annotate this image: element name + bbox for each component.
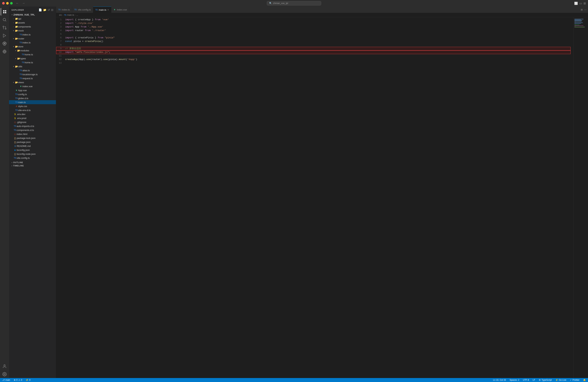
- activity-search[interactable]: [1, 16, 8, 23]
- minimap-line: [574, 22, 583, 23]
- arrow-icon: ▾: [12, 46, 15, 48]
- activity-source-control[interactable]: [1, 24, 8, 32]
- tree-item-router[interactable]: ▾ 📂 router: [9, 37, 56, 40]
- tree-item-vite-env[interactable]: TS vite-env.d.ts: [9, 108, 56, 112]
- minimize-button[interactable]: [6, 2, 9, 4]
- tree-item-components[interactable]: › 📁 components: [9, 25, 56, 29]
- breadcrumb-file[interactable]: main.ts: [67, 14, 74, 16]
- activity-settings[interactable]: [1, 370, 8, 378]
- tree-item-index-html[interactable]: ◇ index.html: [9, 132, 56, 136]
- tree-item-views-index[interactable]: ▼ index.vue: [9, 84, 56, 88]
- tree-item-home-ts[interactable]: TS home.ts: [9, 53, 56, 57]
- status-eol[interactable]: LF: [532, 379, 536, 381]
- tree-item-gitignore[interactable]: ◇ .gitignore: [9, 120, 56, 124]
- status-left: ⎇ main ⊗ 0 ⚠ 0 ⚡ 0: [1, 379, 31, 381]
- tab-index-ts[interactable]: TS index.ts: [56, 6, 72, 13]
- project-root[interactable]: ▾ ZHINIAN_VUE_TPL: [9, 13, 56, 17]
- activity-account[interactable]: [1, 363, 8, 370]
- layout-icon[interactable]: ⊞: [584, 2, 586, 5]
- item-label: globe.d.ts: [18, 97, 56, 100]
- refresh-icon[interactable]: ↺: [48, 8, 50, 12]
- item-label: .gitignore: [17, 121, 56, 124]
- tree-item-tsconfig-node[interactable]: {} tsconfig.node.json: [9, 152, 56, 156]
- status-spaces[interactable]: Spaces: 2: [509, 379, 520, 381]
- folder-icon: 📂: [15, 45, 18, 48]
- tree-item-readme[interactable]: ℹ README.md: [9, 144, 56, 148]
- maximize-button[interactable]: [10, 2, 13, 4]
- tree-item-types[interactable]: ▾ 📂 types: [9, 57, 56, 60]
- activity-run[interactable]: [1, 32, 8, 39]
- tab-main-ts[interactable]: TS main.ts ×: [93, 6, 111, 13]
- tree-item-modules[interactable]: ▾ 📂 modules: [9, 48, 56, 53]
- tree-item-globe-d-ts[interactable]: TS globe.d.ts: [9, 96, 56, 100]
- tree-item-components-d[interactable]: TS components.d.ts: [9, 128, 56, 132]
- tree-item-vite-config[interactable]: TS vite.config.ts: [9, 156, 56, 160]
- status-notification[interactable]: 🔔: [582, 379, 587, 381]
- new-folder-icon[interactable]: 📁: [43, 8, 46, 12]
- nav-back-button[interactable]: ←: [15, 1, 20, 5]
- arrow-icon: ›: [12, 22, 15, 24]
- tree-item-mock[interactable]: ▾ 📂 mock: [9, 29, 56, 33]
- tree-item-tsconfig[interactable]: ■ tsconfig.json: [9, 148, 56, 152]
- status-remote[interactable]: ⚡ 0: [25, 379, 31, 381]
- activity-explorer[interactable]: [1, 8, 8, 16]
- nav-forward-button[interactable]: →: [21, 1, 26, 5]
- branch-name: main: [5, 379, 10, 381]
- tree-item-package-json[interactable]: {} package.json: [9, 140, 56, 144]
- tree-item-alias[interactable]: TS alias.ts: [9, 68, 56, 72]
- status-branch[interactable]: ⎇ main: [1, 379, 11, 381]
- new-file-icon[interactable]: 📄: [39, 8, 42, 12]
- tree-item-style-css[interactable]: # style.css: [9, 104, 56, 108]
- timeline-section[interactable]: › TIMELINE: [9, 164, 56, 167]
- line-number: 5: [56, 32, 62, 36]
- search-bar[interactable]: 🔍 zhinian_vue_tpl: [267, 1, 321, 5]
- tree-item-package-lock[interactable]: {} package-lock.json: [9, 136, 56, 140]
- tree-item-request[interactable]: TS request.ts: [9, 76, 56, 80]
- sidebar-toggle-icon[interactable]: ⬜: [574, 2, 578, 5]
- tree-item-mock-index[interactable]: TS index.ts: [9, 33, 56, 37]
- tree-item-auto-imports[interactable]: TS auto-imports.d.ts: [9, 124, 56, 128]
- tree-item-app-vue[interactable]: ▼ App.vue: [9, 88, 56, 92]
- item-label: style.css: [18, 105, 56, 108]
- status-encoding[interactable]: UTF-8: [522, 379, 530, 381]
- item-label: index.ts: [22, 33, 56, 36]
- breadcrumb-symbol[interactable]: ...: [76, 14, 78, 16]
- split-editor-icon[interactable]: ⊞: [581, 8, 583, 11]
- tree-item-assets[interactable]: › 📁 assets: [9, 21, 56, 25]
- code-content[interactable]: 1 import { createApp } from 'vue' 2 impo…: [56, 17, 573, 378]
- tree-item-main-ts[interactable]: TS main.ts: [9, 100, 56, 104]
- tree-item-router-index[interactable]: TS index.ts: [9, 40, 56, 44]
- minimap-line: [574, 25, 580, 25]
- tree-item-env-prod[interactable]: $ .env.prod: [9, 116, 56, 120]
- status-position[interactable]: Ln 10, Col 33: [492, 379, 506, 381]
- breadcrumb-src[interactable]: src: [59, 14, 62, 16]
- status-go-live[interactable]: ⚡ Go Live: [555, 379, 567, 381]
- more-actions-icon[interactable]: ⋯: [584, 8, 587, 11]
- status-prettier[interactable]: ✓ Prettier: [569, 379, 580, 381]
- search-text: zhinian_vue_tpl: [273, 2, 288, 4]
- breadcrumb-sep: ›: [75, 14, 76, 16]
- svg-point-2: [3, 26, 4, 27]
- close-button[interactable]: [2, 2, 5, 4]
- tab-index-vue[interactable]: ▼ index.vue: [111, 6, 129, 13]
- tree-item-api[interactable]: › 📁 api: [9, 17, 56, 21]
- status-language[interactable]: ⚙ TypeScript: [538, 379, 552, 381]
- activity-remote[interactable]: [1, 48, 8, 55]
- tree-item-config-ts[interactable]: TS config.ts: [9, 92, 56, 96]
- tab-vite-config[interactable]: TS vite.config.ts: [72, 6, 93, 13]
- collapse-icon[interactable]: ⊟: [51, 8, 53, 12]
- status-errors[interactable]: ⊗ 0 ⚠ 0: [13, 379, 23, 381]
- tree-item-env-dev[interactable]: $ .env.dev: [9, 112, 56, 116]
- tree-item-home-type[interactable]: TS home.ts: [9, 60, 56, 64]
- breadcrumb-sep: ›: [63, 14, 63, 16]
- activity-extensions[interactable]: [1, 40, 8, 47]
- tree-item-store[interactable]: ▾ 📂 store: [9, 44, 56, 48]
- panel-toggle-icon[interactable]: ▭: [579, 2, 582, 5]
- tab-close-button[interactable]: ×: [107, 8, 109, 11]
- outline-section[interactable]: › OUTLINE: [9, 161, 56, 164]
- tree-item-utils[interactable]: ▾ 📂 utils: [9, 64, 56, 68]
- tree-item-localstorage[interactable]: TS localstorage.ts: [9, 72, 56, 76]
- tree-item-views[interactable]: ▾ 📂 views: [9, 80, 56, 84]
- prettier-icon: ✓: [570, 379, 572, 381]
- tab-label: main.ts: [99, 8, 106, 11]
